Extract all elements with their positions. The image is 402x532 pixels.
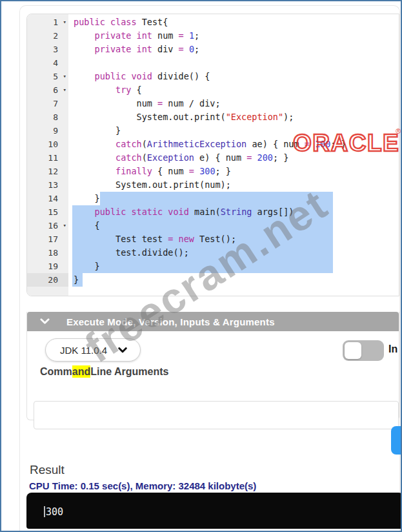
code-line[interactable]: 20}: [27, 273, 399, 287]
code-line[interactable]: 2 private int num = 1;: [27, 29, 399, 43]
search-highlight: and: [72, 365, 90, 378]
line-number: 12: [27, 165, 68, 178]
interactive-toggle[interactable]: [343, 340, 384, 361]
selection-highlight: [72, 219, 333, 232]
code-line[interactable]: 11 catch(Exception e) { num = 200; }: [27, 151, 399, 165]
toggle-knob: [345, 342, 361, 359]
terminal-output: 300: [46, 506, 63, 518]
line-number: 18: [27, 246, 68, 260]
line-number: 7: [27, 97, 68, 110]
line-number: 19: [27, 260, 68, 273]
code-line[interactable]: 3 private int div = 0;: [27, 43, 399, 56]
line-number: 14: [27, 192, 68, 205]
code-line[interactable]: 13 System.out.print(num);: [27, 178, 399, 192]
line-number: 16▾: [27, 219, 68, 232]
line-number: 17: [27, 232, 68, 246]
fold-caret-icon[interactable]: ▾: [63, 70, 66, 83]
code-line[interactable]: 19 }: [27, 260, 399, 273]
page: 1▾public class Test{2 private int num = …: [0, 0, 402, 532]
code-line[interactable]: 5▾ public void divide() {: [27, 70, 399, 83]
chevron-down-icon: [40, 318, 50, 325]
line-number: 10: [27, 138, 68, 151]
code-line[interactable]: 18 test.divide();: [27, 246, 399, 260]
execute-panel: Execute Mode, Version, Inputs & Argument…: [26, 312, 399, 420]
line-number: 5▾: [27, 70, 68, 83]
code-line[interactable]: 1▾public class Test{: [27, 15, 399, 29]
line-number: 2: [27, 29, 68, 43]
code-line[interactable]: 12 finally { num = 300; }: [27, 165, 399, 178]
line-number: 15: [27, 205, 68, 219]
fold-caret-icon[interactable]: ▾: [63, 219, 66, 232]
execute-panel-header[interactable]: Execute Mode, Version, Inputs & Argument…: [27, 312, 399, 331]
code-lines: 1▾public class Test{2 private int num = …: [27, 14, 399, 287]
args-label-suffix: Line Arguments: [90, 366, 168, 377]
code-line[interactable]: 9 }: [27, 124, 399, 138]
panel-title: Execute Mode, Version, Inputs & Argument…: [66, 316, 275, 327]
fold-caret-icon[interactable]: ▾: [63, 15, 66, 29]
line-number: 8: [27, 110, 68, 124]
line-number: 20: [27, 273, 68, 287]
execute-panel-body: JDK 11.0.4 In CommandLine Arguments: [27, 331, 399, 420]
code-line[interactable]: 8 System.out.print("Exception");: [27, 110, 399, 124]
execute-button[interactable]: [391, 426, 402, 455]
jdk-version-select[interactable]: JDK 11.0.4: [45, 338, 141, 362]
line-number: 4: [27, 56, 68, 70]
code-line[interactable]: 16▾ {: [27, 219, 399, 232]
commandline-arguments-label: CommandLine Arguments: [40, 366, 168, 378]
code-line[interactable]: 10 catch(ArithmeticException ae) { num =…: [27, 138, 399, 151]
args-label-prefix: Comm: [40, 366, 72, 377]
result-heading: Result: [30, 463, 65, 477]
terminal-cursor: [44, 506, 45, 517]
code-editor[interactable]: 1▾public class Test{2 private int num = …: [26, 14, 399, 296]
jdk-version-value: JDK 11.0.4: [60, 345, 107, 356]
chevron-down-icon: [118, 347, 127, 353]
line-number: 13: [27, 178, 68, 192]
commandline-arguments-input[interactable]: [34, 401, 399, 429]
selection-highlight: [100, 192, 333, 205]
line-number: 3: [27, 43, 68, 56]
line-number: 9: [27, 124, 68, 138]
selection-highlight: [72, 260, 333, 273]
code-line[interactable]: 6▾ try {: [27, 83, 399, 97]
cpu-memory-stats: CPU Time: 0.15 sec(s), Memory: 32484 kil…: [29, 480, 256, 491]
fold-caret-icon[interactable]: ▾: [63, 83, 66, 97]
code-line[interactable]: 7 num = num / div;: [27, 97, 399, 110]
output-terminal: 300: [26, 493, 402, 529]
line-number: 11: [27, 151, 68, 165]
content-card: 1▾public class Test{2 private int num = …: [19, 5, 400, 532]
toggle-label: In: [388, 343, 397, 355]
code-line[interactable]: 4: [27, 56, 399, 70]
line-number: 6▾: [27, 83, 68, 97]
code-line[interactable]: 17 Test test = new Test();: [27, 232, 399, 246]
line-number: 1▾: [27, 15, 68, 29]
code-line[interactable]: 15 public static void main(String args[]…: [27, 205, 399, 219]
code-line[interactable]: 14 }: [27, 192, 399, 205]
